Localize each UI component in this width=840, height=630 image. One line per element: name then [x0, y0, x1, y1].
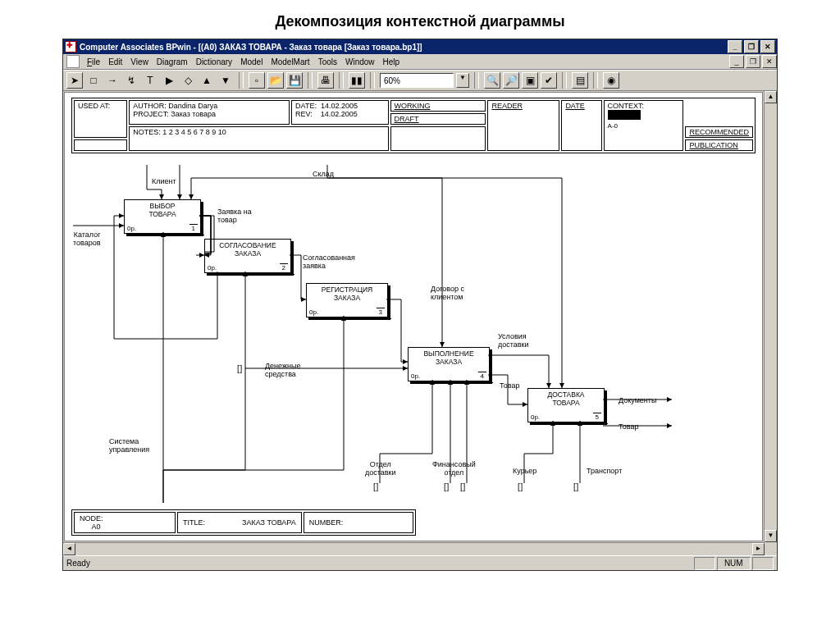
titlebar: Computer Associates BPwin - [(A0) ЗАКАЗ …	[63, 39, 777, 54]
label-dogovor: Договор с клиентом	[431, 285, 464, 301]
mdi-minimize-button[interactable]: _	[729, 55, 744, 68]
idef0-header: USED AT: AUTHOR: Dandina Darya PROJECT: …	[71, 98, 756, 153]
label-tovar: Товар	[500, 381, 520, 390]
tunnel-tool[interactable]: ↯	[123, 72, 139, 89]
label-money: Денежные средства	[265, 362, 300, 378]
maximize-button[interactable]: ❐	[744, 40, 759, 53]
diagram-canvas[interactable]: USED AT: AUTHOR: Dandina Darya PROJECT: …	[64, 92, 763, 541]
label-finans: Финансовый отдел	[432, 460, 476, 477]
menu-diagram[interactable]: Diagram	[157, 57, 188, 66]
zoom-out-button[interactable]: 🔎	[503, 72, 519, 89]
mdi-icon	[66, 55, 80, 68]
label-transport: Транспорт	[587, 467, 622, 475]
report-button[interactable]: ▮▮	[349, 72, 365, 89]
mdi-restore-button[interactable]: ❐	[746, 55, 760, 68]
menu-window[interactable]: Window	[345, 57, 375, 66]
status-num: NUM	[717, 557, 751, 570]
svg-text:[ ]: [ ]	[444, 482, 450, 491]
close-button[interactable]: ✕	[760, 40, 775, 53]
connectors: [ ] [ ] [ ] [ ] [ ] [ ]	[65, 93, 762, 541]
zoom-input[interactable]: 60%	[380, 73, 454, 88]
spell-button[interactable]: ✔	[541, 72, 557, 89]
label-usloviya: Условия доставки	[498, 332, 529, 349]
svg-text:[ ]: [ ]	[460, 482, 466, 491]
box-tool[interactable]: □	[85, 72, 102, 89]
svg-text:[ ]: [ ]	[518, 482, 523, 491]
mdi-close-button[interactable]: ✕	[762, 55, 777, 68]
label-sistema: Система управления	[109, 437, 149, 454]
diamond-tool[interactable]: ◇	[180, 72, 196, 89]
triangle-up-tool[interactable]: ▲	[199, 72, 215, 89]
menubar: FFileile Edit View Diagram Dictionary Mo…	[63, 54, 777, 70]
block-5[interactable]: ДОСТАВКА ТОВАРА 0р.5	[527, 388, 605, 422]
pointer-tool[interactable]: ➤	[66, 72, 83, 89]
svg-text:[ ]: [ ]	[237, 364, 243, 373]
label-tovar-out: Товар	[619, 422, 639, 431]
fit-button[interactable]: ▣	[522, 72, 538, 89]
vertical-scrollbar[interactable]: ▲ ▼	[764, 91, 777, 542]
app-window: Computer Associates BPwin - [(A0) ЗАКАЗ …	[62, 39, 778, 571]
arrow-right-tool[interactable]: →	[104, 72, 121, 89]
label-zayavka: Заявка на товар	[217, 208, 252, 224]
statusbar: Ready NUM	[63, 555, 777, 570]
svg-text:[ ]: [ ]	[373, 482, 379, 491]
status-blank1	[694, 557, 715, 570]
triangle-down-tool[interactable]: ▼	[217, 72, 234, 89]
titlebar-text: Computer Associates BPwin - [(A0) ЗАКАЗ …	[80, 43, 422, 52]
label-otdel: Отдел доставки	[365, 460, 396, 477]
app-icon	[65, 41, 76, 52]
print-button[interactable]: 🖶	[317, 72, 334, 89]
label-docs: Документы	[619, 396, 656, 404]
menu-view[interactable]: View	[130, 57, 148, 66]
canvas-area: USED AT: AUTHOR: Dandina Darya PROJECT: …	[63, 91, 777, 555]
status-blank2	[752, 557, 774, 570]
page-title: Декомпозиция контекстной диаграммы	[0, 0, 840, 39]
zoom-in-button[interactable]: 🔍	[484, 72, 500, 89]
menu-modelmart[interactable]: ModelMart	[271, 57, 309, 66]
svg-text:[ ]: [ ]	[573, 482, 579, 491]
idef0-footer: NODE: A0 TITLE: ЗАКАЗ ТОВАРА NUMBER:	[71, 509, 416, 536]
block-4[interactable]: ВЫПОЛНЕНИЕ ЗАКАЗА 0р.4	[408, 347, 490, 381]
menu-file[interactable]: FFileile	[87, 57, 100, 66]
text-tool[interactable]: T	[142, 72, 158, 89]
new-button[interactable]: ▫	[249, 72, 265, 89]
zoom-dropdown[interactable]: ▼	[456, 73, 469, 88]
label-sklad: Склад	[313, 170, 334, 178]
modelmart-button[interactable]: ◉	[603, 72, 619, 89]
menu-model[interactable]: Model	[240, 57, 262, 66]
minimize-button[interactable]: _	[728, 40, 742, 53]
menu-help[interactable]: Help	[383, 57, 400, 66]
block-2[interactable]: СОГЛАСОВАНИЕ ЗАКАЗА 0р.2	[204, 239, 291, 273]
horizontal-scrollbar[interactable]: ◄ ►	[63, 542, 765, 555]
label-soglas: Согласованная заявка	[303, 253, 355, 270]
block-1[interactable]: ВЫБОР ТОВАРА 0р.1	[124, 199, 201, 234]
context-thumbnail	[608, 110, 641, 120]
status-ready: Ready	[66, 559, 90, 568]
menu-edit[interactable]: Edit	[108, 57, 122, 66]
open-button[interactable]: 📂	[267, 72, 284, 89]
toolbar-shapes: ➤ □ → ↯ T ▶ ◇ ▲ ▼ ▫ 📂 💾 🖶 ▮▮ 60% ▼ 🔍 🔎 ▣…	[63, 70, 777, 91]
menu-dictionary[interactable]: Dictionary	[196, 57, 232, 66]
save-button[interactable]: 💾	[286, 72, 303, 89]
block-3[interactable]: РЕГИСТРАЦИЯ ЗАКАЗА 0р.3	[306, 283, 388, 317]
label-kurier: Курьер	[513, 467, 536, 475]
label-katalog: Каталог товаров	[73, 231, 101, 247]
play-tool[interactable]: ▶	[161, 72, 177, 89]
label-klient: Клиент	[152, 177, 176, 185]
menu-tools[interactable]: Tools	[318, 57, 337, 66]
browser-button[interactable]: ▤	[572, 72, 588, 89]
